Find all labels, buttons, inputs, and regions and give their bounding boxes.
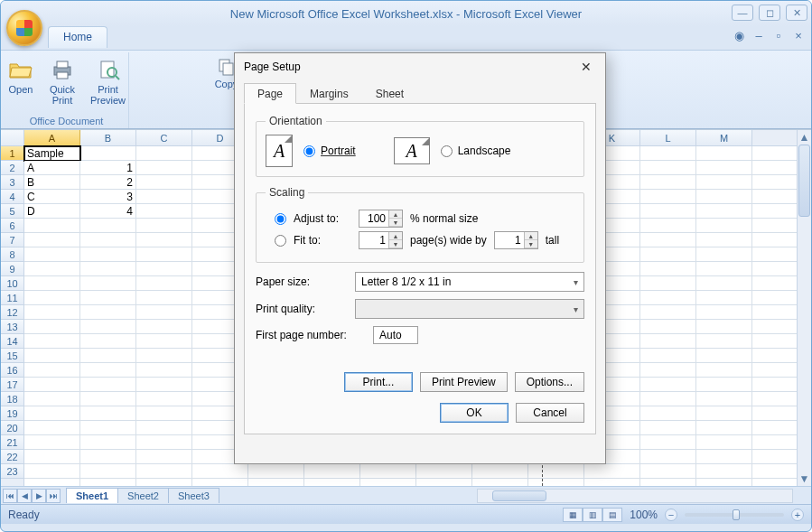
rowhdr-4[interactable]: 4 (1, 190, 24, 204)
fit-wide-value[interactable] (359, 234, 388, 247)
quick-print-button[interactable]: Quick Print (44, 54, 80, 108)
dialog-title: Page Setup (244, 61, 301, 73)
cell-A5[interactable]: D (24, 204, 80, 219)
rowhdr-8[interactable]: 8 (1, 247, 24, 262)
rowhdr-20[interactable]: 20 (1, 421, 24, 435)
fit-tall-value[interactable] (495, 234, 524, 247)
rowhdr-9[interactable]: 9 (1, 262, 24, 276)
horizontal-scrollbar[interactable] (477, 489, 793, 503)
colhdr-L[interactable]: L (640, 130, 696, 146)
sheet-tab-1[interactable]: Sheet1 (66, 488, 118, 503)
print-preview-button-dlg[interactable]: Print Preview (420, 372, 508, 392)
rowhdr-12[interactable]: 12 (1, 305, 24, 320)
scroll-thumb[interactable] (798, 145, 810, 217)
landscape-radio[interactable] (441, 145, 453, 157)
rowhdr-19[interactable]: 19 (1, 406, 24, 421)
svg-rect-1 (57, 61, 68, 68)
sheet-prev-icon[interactable]: ◀ (17, 489, 32, 503)
scroll-down-icon[interactable]: ▼ (798, 471, 811, 486)
print-button[interactable]: Print... (344, 372, 413, 392)
cell-A2[interactable]: A (24, 161, 80, 175)
rowhdr-16[interactable]: 16 (1, 363, 24, 378)
colhdr-B[interactable]: B (80, 130, 136, 146)
rowhdr-13[interactable]: 13 (1, 320, 24, 334)
select-all-corner[interactable] (1, 130, 24, 146)
rowhdr-18[interactable]: 18 (1, 392, 24, 406)
cell-B4[interactable]: 3 (80, 190, 136, 204)
spin-up-icon[interactable]: ▲ (389, 210, 402, 219)
dialog-tab-margins[interactable]: Margins (296, 83, 362, 104)
portrait-radio[interactable] (303, 145, 315, 157)
dialog-close-button[interactable]: ✕ (576, 57, 596, 77)
rowhdr-7[interactable]: 7 (1, 233, 24, 247)
colhdr-M[interactable]: M (696, 130, 752, 146)
rowhdr-15[interactable]: 15 (1, 349, 24, 363)
adjust-radio[interactable] (275, 213, 286, 225)
rowhdr-5[interactable]: 5 (1, 204, 24, 219)
fit-wide-spinner[interactable]: ▲▼ (359, 231, 403, 249)
dialog-titlebar[interactable]: Page Setup ✕ (235, 53, 605, 80)
zoom-in-button[interactable]: + (791, 509, 804, 521)
rowhdr-23[interactable]: 23 (1, 464, 24, 479)
ribbon-minimize-icon[interactable]: – (751, 28, 766, 42)
zoom-out-button[interactable]: − (665, 509, 677, 521)
sheet-tab-3[interactable]: Sheet3 (168, 488, 219, 503)
tab-home[interactable]: Home (48, 26, 107, 48)
rowhdr-14[interactable]: 14 (1, 334, 24, 349)
rowhdr-21[interactable]: 21 (1, 435, 24, 450)
page-layout-view-icon[interactable]: ▥ (583, 508, 602, 522)
rowhdr-3[interactable]: 3 (1, 175, 24, 190)
sheet-last-icon[interactable]: ⏭ (46, 489, 61, 503)
ribbon-restore-icon[interactable]: ▫ (771, 28, 786, 42)
paper-size-combo[interactable]: Letter 8 1/2 x 11 in ▾ (355, 272, 584, 292)
maximize-button[interactable]: ◻ (759, 5, 780, 21)
cell-B3[interactable]: 2 (80, 175, 136, 190)
rowhdr-10[interactable]: 10 (1, 276, 24, 291)
normal-view-icon[interactable]: ▦ (563, 508, 583, 522)
colhdr-A[interactable]: A (24, 130, 80, 146)
cell-B5[interactable]: 4 (80, 204, 136, 219)
adjust-spinner[interactable]: ▲▼ (359, 210, 403, 228)
fit-tall-spinner[interactable]: ▲▼ (494, 231, 538, 249)
spin-down-icon[interactable]: ▼ (389, 219, 402, 227)
page-break-view-icon[interactable]: ▤ (602, 508, 622, 522)
vertical-scrollbar[interactable]: ▲ ▼ (797, 130, 811, 486)
rowhdr-17[interactable]: 17 (1, 378, 24, 392)
open-button[interactable]: Open (3, 54, 39, 108)
office-button[interactable] (6, 10, 42, 46)
rowhdr-11[interactable]: 11 (1, 291, 24, 305)
cell-A3[interactable]: B (24, 175, 80, 190)
options-button[interactable]: Options... (515, 372, 584, 392)
rowhdr-6[interactable]: 6 (1, 219, 24, 233)
rowhdr-2[interactable]: 2 (1, 161, 24, 175)
sheet-next-icon[interactable]: ▶ (32, 489, 46, 503)
folder-open-icon (8, 57, 33, 82)
close-button[interactable]: ✕ (786, 5, 807, 21)
ribbon-close-icon[interactable]: × (791, 28, 806, 42)
adjust-value[interactable] (359, 212, 388, 225)
hscroll-thumb[interactable] (492, 490, 546, 501)
orientation-legend: Orientation (266, 115, 326, 127)
group-label-doc: Office Document (5, 116, 128, 126)
rowhdr-22[interactable]: 22 (1, 450, 24, 464)
dialog-tab-page[interactable]: Page (244, 83, 296, 104)
print-preview-button[interactable]: Print Preview (86, 54, 130, 108)
ok-button[interactable]: OK (440, 403, 509, 423)
cell-A4[interactable]: C (24, 190, 80, 204)
cell-B2[interactable]: 1 (80, 161, 136, 175)
minimize-button[interactable]: — (732, 5, 753, 21)
zoom-percent[interactable]: 100% (630, 509, 658, 521)
cell-A1[interactable]: Sample (24, 146, 80, 161)
zoom-slider[interactable] (685, 513, 784, 517)
rowhdr-1[interactable]: 1 (1, 146, 24, 161)
scroll-up-icon[interactable]: ▲ (798, 130, 811, 145)
colhdr-C[interactable]: C (136, 130, 192, 146)
sheet-tab-2[interactable]: Sheet2 (117, 488, 169, 503)
paper-size-value: Letter 8 1/2 x 11 in (361, 275, 451, 288)
cancel-button[interactable]: Cancel (516, 403, 584, 423)
fit-radio[interactable] (275, 235, 286, 247)
help-icon[interactable]: ◉ (732, 28, 746, 42)
first-page-input[interactable]: Auto (373, 326, 418, 344)
dialog-tab-sheet[interactable]: Sheet (362, 83, 417, 104)
sheet-first-icon[interactable]: ⏮ (3, 489, 17, 503)
